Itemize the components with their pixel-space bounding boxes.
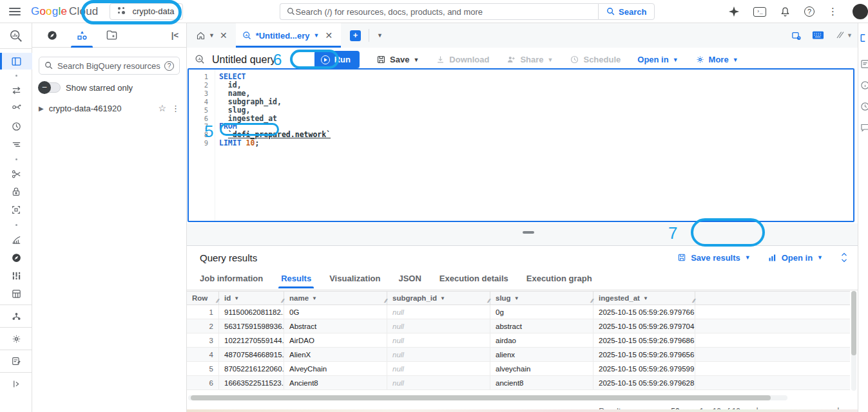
tab-job-information[interactable]: Job information bbox=[191, 269, 272, 288]
tab-welcome[interactable] bbox=[37, 23, 67, 48]
column-header-ingested_at[interactable]: ingested_at▼// bbox=[593, 292, 695, 304]
rail-item-settings[interactable] bbox=[0, 330, 32, 348]
rail-item-history[interactable] bbox=[0, 117, 32, 135]
tab-json[interactable]: JSON bbox=[389, 269, 430, 288]
tab-overflow-icon[interactable]: ▼ bbox=[377, 32, 383, 39]
rail-item-monitoring[interactable] bbox=[0, 135, 32, 153]
rail-item-governance[interactable] bbox=[0, 183, 32, 201]
table-icon bbox=[11, 288, 22, 299]
expand-collapse-icon[interactable] bbox=[840, 252, 849, 263]
share-button[interactable]: Share▼ bbox=[506, 55, 553, 64]
menu-icon[interactable] bbox=[9, 8, 21, 15]
editor-results-splitter[interactable] bbox=[187, 223, 858, 245]
run-button[interactable]: Run bbox=[314, 51, 360, 68]
table-row[interactable]: 448707584668915...AlienXnullalienx2025-1… bbox=[187, 348, 850, 362]
sort-icon[interactable]: ▼ bbox=[643, 295, 648, 301]
column-header-id[interactable]: id▼// bbox=[219, 292, 284, 304]
rail-item-tables[interactable] bbox=[0, 285, 32, 303]
gemini-icon[interactable] bbox=[728, 6, 740, 17]
rail-item-bigquery[interactable] bbox=[0, 23, 32, 49]
tab-results[interactable]: Results bbox=[272, 269, 320, 288]
table-row[interactable]: 587052216122060...AlveyChainnullalveycha… bbox=[187, 362, 850, 376]
column-header-row[interactable]: Row// bbox=[187, 292, 219, 304]
global-search-input[interactable] bbox=[296, 7, 592, 17]
search-help-icon[interactable]: ? bbox=[164, 61, 174, 71]
rail-item-dataplex[interactable] bbox=[0, 248, 32, 267]
rail-item-explorer[interactable] bbox=[0, 53, 32, 70]
sort-icon[interactable]: ▼ bbox=[312, 295, 317, 301]
show-starred-toggle[interactable]: – bbox=[39, 82, 61, 93]
right-rail-history-icon[interactable] bbox=[860, 102, 868, 111]
tab-explorer[interactable] bbox=[67, 23, 97, 48]
more-button[interactable]: More▼ bbox=[695, 55, 738, 64]
bigquery-resource-search[interactable]: ? bbox=[39, 57, 180, 75]
project-selector[interactable]: crypto-data bbox=[110, 3, 182, 20]
table-row[interactable]: 310221270559144...AirDAOnullairdao2025-1… bbox=[187, 333, 850, 348]
save-button[interactable]: Save▼ bbox=[376, 55, 419, 64]
tab-execution-details[interactable]: Execution details bbox=[430, 269, 517, 288]
expand-caret-icon[interactable]: ▶ bbox=[39, 105, 44, 112]
collapse-panel-icon[interactable]: |< bbox=[171, 30, 181, 40]
query-tab-active[interactable]: *Untitled...ery ▼ ✕ bbox=[236, 23, 341, 48]
split-tab-icon[interactable] bbox=[791, 30, 802, 41]
kebab-menu-icon[interactable]: ⋮ bbox=[171, 104, 180, 113]
notifications-icon[interactable] bbox=[780, 6, 791, 17]
search-button[interactable]: Search bbox=[598, 3, 655, 20]
project-tree-item[interactable]: ▶ crypto-data-461920 ☆ ⋮ bbox=[39, 103, 180, 113]
right-rail-chat-icon[interactable] bbox=[860, 123, 868, 133]
vertical-scrollbar[interactable] bbox=[851, 291, 856, 391]
download-button[interactable]: Download bbox=[436, 55, 489, 64]
rail-item-data-policies[interactable] bbox=[0, 165, 32, 183]
sort-icon[interactable]: ▼ bbox=[514, 295, 519, 301]
results-open-in-button[interactable]: Open in▼ bbox=[767, 253, 823, 263]
chevron-down-icon[interactable]: ▼ bbox=[209, 32, 215, 39]
tab-execution-graph[interactable]: Execution graph bbox=[517, 269, 601, 288]
open-in-button[interactable]: Open in▼ bbox=[637, 55, 678, 64]
help-icon[interactable]: ? bbox=[804, 6, 815, 17]
main-content: ▼ ✕ *Untitled...ery ▼ ✕ + ▼ ▼ Untitled q… bbox=[187, 23, 858, 412]
right-rail-info-icon[interactable] bbox=[860, 80, 868, 90]
right-rail-toggle-icon[interactable] bbox=[860, 33, 868, 42]
chevron-down-icon[interactable]: ▼ bbox=[313, 32, 319, 39]
sort-icon[interactable]: ▼ bbox=[234, 295, 239, 301]
rail-item-expand-panel[interactable] bbox=[0, 375, 32, 393]
sort-icon[interactable]: ▼ bbox=[440, 295, 445, 301]
avatar[interactable] bbox=[851, 3, 868, 21]
table-row[interactable]: 616663522511523...Ancient8nullancient820… bbox=[187, 376, 850, 390]
run-button-label: Run bbox=[334, 55, 351, 64]
tab-repositories[interactable] bbox=[97, 23, 126, 48]
table-row[interactable]: 191150062081182...0Gnull0g2025-10-15 05:… bbox=[187, 305, 850, 319]
close-icon[interactable]: ✕ bbox=[323, 30, 334, 41]
chevron-down-icon[interactable]: ▼ bbox=[847, 32, 853, 39]
rail-item-transfers[interactable] bbox=[0, 81, 32, 99]
right-rail-notes-icon[interactable] bbox=[860, 59, 868, 69]
drag-handle[interactable] bbox=[523, 231, 534, 234]
more-options-icon[interactable]: ⋮ bbox=[828, 6, 838, 17]
close-icon[interactable]: ✕ bbox=[218, 30, 229, 41]
home-tab[interactable]: ▼ ✕ bbox=[187, 30, 236, 41]
sql-editor-mode-icon[interactable] bbox=[834, 30, 845, 41]
cloud-shell-icon[interactable]: ›_ bbox=[753, 7, 766, 17]
rail-item-partner-center[interactable] bbox=[0, 267, 32, 285]
bigquery-resource-search-input[interactable] bbox=[57, 61, 160, 71]
rail-item-migration[interactable] bbox=[0, 307, 32, 325]
tab-visualization[interactable]: Visualization bbox=[320, 269, 389, 288]
star-icon[interactable]: ☆ bbox=[158, 103, 166, 113]
keyboard-shortcuts-icon[interactable] bbox=[812, 31, 824, 40]
rail-item-release-notes[interactable] bbox=[0, 352, 32, 370]
column-header-subgraph_id[interactable]: subgraph_id▼// bbox=[387, 292, 490, 304]
schedule-button[interactable]: Schedule bbox=[570, 55, 621, 64]
save-results-button[interactable]: Save results▼ bbox=[677, 253, 751, 263]
new-tab-button[interactable]: + bbox=[350, 30, 361, 41]
column-header-slug[interactable]: slug▼// bbox=[490, 292, 593, 304]
table-row[interactable]: 256317591598936...Abstractnullabstract20… bbox=[187, 319, 850, 333]
sql-editor[interactable]: 123456789 SELECT id, name, subgraph_id, … bbox=[188, 68, 854, 222]
rail-item-search-frame[interactable] bbox=[0, 201, 32, 219]
column-header-name[interactable]: name▼// bbox=[284, 292, 387, 304]
compass-icon bbox=[11, 252, 22, 263]
horizontal-scrollbar[interactable] bbox=[188, 395, 787, 400]
rail-item-pipelines[interactable] bbox=[0, 99, 32, 117]
rail-item-analytics-hub[interactable] bbox=[0, 230, 32, 248]
sql-code[interactable]: SELECT id, name, subgraph_id, slug, inge… bbox=[215, 70, 853, 221]
global-search-bar[interactable] bbox=[280, 3, 598, 20]
